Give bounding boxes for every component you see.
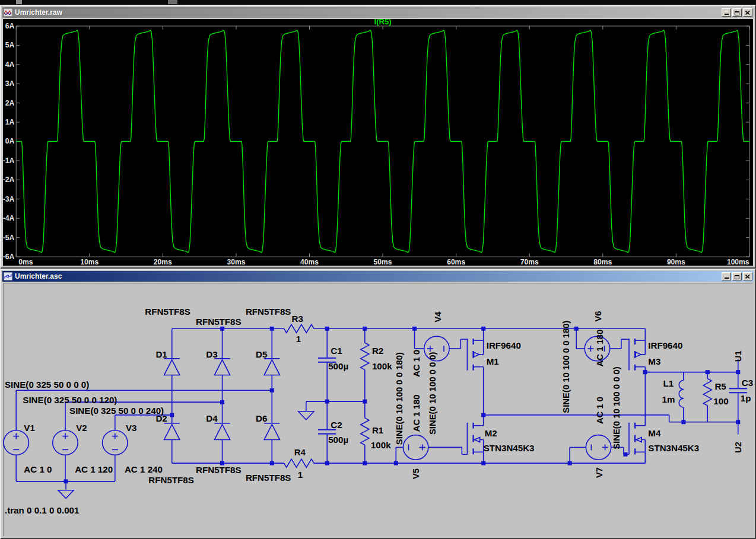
schematic-label[interactable]: 100	[713, 396, 728, 406]
schematic-label[interactable]: RFN5TF8S	[246, 473, 291, 483]
schematic-label[interactable]: V6	[592, 311, 602, 321]
schematic-label[interactable]: 100k	[372, 361, 392, 371]
junction-dot	[623, 452, 627, 457]
waveform-plot[interactable]: 0ms10ms20ms30ms40ms50ms60ms70ms80ms90ms1…	[3, 19, 753, 266]
schematic-label[interactable]: V1	[24, 423, 35, 433]
schematic-label[interactable]: M1	[487, 356, 499, 366]
schematic-canvas[interactable]: SINE(0 325 50 0 0 0)SINE(0 325 50 0 0 12…	[3, 283, 753, 536]
schematic-label[interactable]: U1	[733, 350, 743, 362]
diode-symbol	[164, 360, 180, 375]
maximize-button[interactable]	[732, 272, 742, 280]
y-tick-label: -3A	[3, 195, 15, 203]
x-tick-label: 50ms	[374, 258, 392, 266]
schematic-label[interactable]: AC 1 0	[594, 397, 604, 424]
close-icon	[745, 275, 750, 279]
schematic-label[interactable]: M4	[648, 428, 661, 438]
schematic-client-area[interactable]: SINE(0 325 50 0 0 0)SINE(0 325 50 0 0 12…	[3, 283, 753, 536]
schematic-label[interactable]: R4	[294, 447, 306, 457]
schematic-label[interactable]: RFN5TF8S	[246, 307, 291, 317]
schematic-label[interactable]: STN3N45K3	[484, 443, 535, 453]
schematic-label[interactable]: V2	[76, 423, 87, 433]
y-tick-label: -2A	[3, 176, 15, 184]
schematic-label[interactable]: V7	[593, 467, 603, 478]
schematic-window-title: Umrichter.asc	[15, 272, 719, 280]
schematic-label[interactable]: C3	[742, 378, 753, 388]
schematic-window-titlebar[interactable]: Umrichter.asc	[2, 271, 754, 282]
schematic-label[interactable]: 100k	[371, 441, 391, 451]
current-trace[interactable]	[16, 30, 749, 253]
schematic-label[interactable]: M3	[648, 356, 660, 366]
schematic-label[interactable]: C2	[331, 420, 342, 430]
schematic-label[interactable]: SINE(0 10 100 0 0 180)	[394, 352, 404, 445]
inductor-symbol	[679, 380, 684, 407]
schematic-label[interactable]: SINE(0 325 50 0 0 240)	[69, 406, 164, 416]
schematic-label[interactable]: C1	[331, 346, 342, 356]
schematic-label[interactable]: SINE(0 10 100 0 0 180)	[561, 321, 571, 413]
schematic-label[interactable]: RFN5TF8S	[145, 307, 190, 317]
y-tick-label: 0A	[5, 138, 15, 146]
schematic-label[interactable]: D4	[206, 413, 218, 423]
plot-window: Umrichter.raw 0ms10ms20ms30ms40ms50ms60m…	[0, 5, 756, 269]
schematic-label[interactable]: 500µ	[328, 361, 348, 371]
junction-dot	[394, 461, 398, 465]
mosfet-arrow	[636, 352, 641, 357]
diode-symbol	[164, 425, 180, 440]
x-tick-label: 100ms	[727, 258, 749, 266]
schematic-label[interactable]: V4	[433, 311, 443, 323]
schematic-label[interactable]: SINE(0 325 50 0 0 0)	[5, 379, 89, 390]
schematic-label[interactable]: RFN5TF8S	[196, 465, 242, 475]
schematic-label[interactable]: 1m	[662, 394, 675, 404]
schematic-label[interactable]: R1	[372, 425, 383, 435]
schematic-label[interactable]: R3	[292, 314, 303, 324]
ground-symbol	[58, 490, 74, 499]
plot-client-area[interactable]: 0ms10ms20ms30ms40ms50ms60ms70ms80ms90ms1…	[3, 19, 753, 266]
trace-label[interactable]: I(R5)	[374, 19, 392, 26]
schematic-label[interactable]: 1p	[741, 393, 751, 403]
close-button[interactable]	[743, 272, 752, 280]
schematic-label[interactable]: D6	[256, 413, 267, 423]
schematic-label[interactable]: AC 1 0	[24, 464, 52, 474]
maximize-button[interactable]	[732, 8, 742, 17]
plot-frame: 0ms10ms20ms30ms40ms50ms60ms70ms80ms90ms1…	[3, 22, 749, 266]
schematic-label[interactable]: AC 1 0	[411, 350, 421, 377]
minimize-button[interactable]	[722, 272, 731, 280]
y-tick-label: 5A	[5, 41, 15, 49]
schematic-label[interactable]: AC 1 180	[594, 330, 604, 367]
schematic-label[interactable]: D1	[155, 349, 167, 359]
junction-dot	[270, 327, 274, 331]
schematic-label[interactable]: V3	[126, 423, 137, 433]
schematic-label[interactable]: U2	[733, 442, 743, 453]
schematic-label[interactable]: IRF9640	[487, 340, 521, 350]
x-tick-label: 90ms	[667, 258, 685, 266]
schematic-label[interactable]: 1	[298, 470, 303, 480]
schematic-label[interactable]: .tran 0 0.1 0 0.001	[5, 505, 79, 515]
schematic-label[interactable]: D3	[206, 349, 217, 359]
plot-window-titlebar[interactable]: Umrichter.raw	[2, 7, 754, 18]
schematic-label[interactable]: SINE(0 10 100 0 0 0)	[611, 366, 621, 449]
minimize-button[interactable]	[722, 8, 731, 17]
schematic-label[interactable]: R2	[372, 346, 383, 356]
schematic-label[interactable]: D2	[155, 413, 167, 423]
schematic-label[interactable]: L1	[663, 378, 674, 388]
schematic-label[interactable]: RFN5TF8S	[148, 475, 194, 485]
schematic-label[interactable]: SINE(0 10 100 0 0 0)	[427, 352, 437, 435]
schematic-label[interactable]: AC 1 120	[75, 464, 113, 474]
schematic-label[interactable]: 500µ	[328, 435, 348, 445]
schematic-label[interactable]: STN3N45K3	[648, 443, 699, 453]
schematic-label[interactable]: IRF9640	[648, 340, 682, 350]
schematic-label[interactable]: 1	[296, 334, 301, 344]
x-tick-label: 0ms	[18, 258, 33, 266]
schematic-label[interactable]: RFN5TF8S	[196, 317, 242, 327]
close-button[interactable]	[743, 8, 752, 17]
schematic-label[interactable]: SINE(0 325 50 0 0 120)	[23, 395, 117, 405]
schematic-label[interactable]: AC 1 180	[411, 395, 421, 432]
schematic-label[interactable]: AC 1 240	[125, 464, 163, 474]
junction-dot	[412, 327, 417, 331]
schematic-label[interactable]: D5	[256, 349, 267, 359]
schematic-label[interactable]: M2	[485, 428, 497, 438]
minimize-icon	[725, 278, 729, 279]
labels-layer: SINE(0 325 50 0 0 0)SINE(0 325 50 0 0 12…	[5, 307, 753, 516]
plot-window-title: Umrichter.raw	[15, 8, 719, 17]
schematic-label[interactable]: R5	[714, 381, 726, 391]
schematic-label[interactable]: V5	[411, 468, 421, 479]
